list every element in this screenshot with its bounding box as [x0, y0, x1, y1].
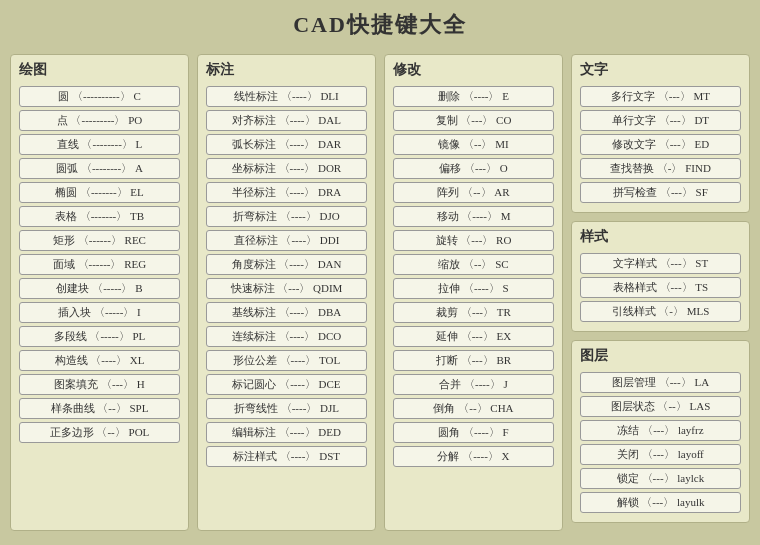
main-grid: 绘图 圆 〈----------〉 C点 〈---------〉 PO直线 〈-… [10, 54, 750, 531]
dimension-item-3[interactable]: 坐标标注 〈----〉 DOR [206, 158, 367, 179]
modify-item-2[interactable]: 镜像 〈--〉 MI [393, 134, 554, 155]
layer-items: 图层管理 〈---〉 LA图层状态 〈--〉 LAS冻结 〈---〉 layfr… [580, 372, 741, 513]
layer-item-3[interactable]: 关闭 〈---〉 layoff [580, 444, 741, 465]
text-item-0[interactable]: 多行文字 〈---〉 MT [580, 86, 741, 107]
dimension-item-5[interactable]: 折弯标注 〈----〉 DJO [206, 206, 367, 227]
dimension-item-15[interactable]: 标注样式 〈----〉 DST [206, 446, 367, 467]
dimension-item-12[interactable]: 标记圆心 〈----〉 DCE [206, 374, 367, 395]
drawing-item-11[interactable]: 构造线 〈----〉 XL [19, 350, 180, 371]
modify-items: 删除 〈----〉 E复制 〈---〉 CO镜像 〈--〉 MI偏移 〈---〉… [393, 86, 554, 467]
drawing-item-8[interactable]: 创建块 〈-----〉 B [19, 278, 180, 299]
dimension-item-11[interactable]: 形位公差 〈----〉 TOL [206, 350, 367, 371]
dimension-title: 标注 [206, 61, 367, 81]
drawing-item-7[interactable]: 面域 〈------〉 REG [19, 254, 180, 275]
drawing-item-5[interactable]: 表格 〈-------〉 TB [19, 206, 180, 227]
modify-item-7[interactable]: 缩放 〈--〉 SC [393, 254, 554, 275]
modify-item-3[interactable]: 偏移 〈---〉 O [393, 158, 554, 179]
style-title: 样式 [580, 228, 741, 248]
layer-item-4[interactable]: 锁定 〈---〉 laylck [580, 468, 741, 489]
dimension-item-10[interactable]: 连续标注 〈----〉 DCO [206, 326, 367, 347]
modify-item-14[interactable]: 圆角 〈----〉 F [393, 422, 554, 443]
section-layer: 图层 图层管理 〈---〉 LA图层状态 〈--〉 LAS冻结 〈---〉 la… [571, 340, 750, 523]
drawing-item-0[interactable]: 圆 〈----------〉 C [19, 86, 180, 107]
drawing-item-10[interactable]: 多段线 〈-----〉 PL [19, 326, 180, 347]
layer-item-1[interactable]: 图层状态 〈--〉 LAS [580, 396, 741, 417]
page-title: CAD快捷键大全 [10, 10, 750, 40]
section-drawing: 绘图 圆 〈----------〉 C点 〈---------〉 PO直线 〈-… [10, 54, 189, 531]
modify-item-6[interactable]: 旋转 〈---〉 RO [393, 230, 554, 251]
text-items: 多行文字 〈---〉 MT单行文字 〈---〉 DT修改文字 〈---〉 ED查… [580, 86, 741, 203]
drawing-item-1[interactable]: 点 〈---------〉 PO [19, 110, 180, 131]
dimension-item-0[interactable]: 线性标注 〈----〉 DLI [206, 86, 367, 107]
section-style: 样式 文字样式 〈---〉 ST表格样式 〈---〉 TS引线样式 〈-〉 ML… [571, 221, 750, 332]
dimension-items: 线性标注 〈----〉 DLI对齐标注 〈----〉 DAL弧长标注 〈----… [206, 86, 367, 467]
section-modify: 修改 删除 〈----〉 E复制 〈---〉 CO镜像 〈--〉 MI偏移 〈-… [384, 54, 563, 531]
style-item-2[interactable]: 引线样式 〈-〉 MLS [580, 301, 741, 322]
modify-item-13[interactable]: 倒角 〈--〉 CHA [393, 398, 554, 419]
dimension-item-14[interactable]: 编辑标注 〈----〉 DED [206, 422, 367, 443]
drawing-item-6[interactable]: 矩形 〈------〉 REC [19, 230, 180, 251]
drawing-item-4[interactable]: 椭圆 〈-------〉 EL [19, 182, 180, 203]
modify-item-11[interactable]: 打断 〈---〉 BR [393, 350, 554, 371]
text-item-2[interactable]: 修改文字 〈---〉 ED [580, 134, 741, 155]
modify-item-10[interactable]: 延伸 〈---〉 EX [393, 326, 554, 347]
modify-item-12[interactable]: 合并 〈----〉 J [393, 374, 554, 395]
drawing-title: 绘图 [19, 61, 180, 81]
drawing-items: 圆 〈----------〉 C点 〈---------〉 PO直线 〈----… [19, 86, 180, 443]
drawing-item-2[interactable]: 直线 〈--------〉 L [19, 134, 180, 155]
dimension-item-6[interactable]: 直径标注 〈----〉 DDI [206, 230, 367, 251]
section-dimension: 标注 线性标注 〈----〉 DLI对齐标注 〈----〉 DAL弧长标注 〈-… [197, 54, 376, 531]
dimension-item-9[interactable]: 基线标注 〈----〉 DBA [206, 302, 367, 323]
drawing-item-9[interactable]: 插入块 〈-----〉 I [19, 302, 180, 323]
dimension-item-4[interactable]: 半径标注 〈----〉 DRA [206, 182, 367, 203]
modify-item-15[interactable]: 分解 〈----〉 X [393, 446, 554, 467]
style-item-1[interactable]: 表格样式 〈---〉 TS [580, 277, 741, 298]
text-item-1[interactable]: 单行文字 〈---〉 DT [580, 110, 741, 131]
modify-title: 修改 [393, 61, 554, 81]
section-text: 文字 多行文字 〈---〉 MT单行文字 〈---〉 DT修改文字 〈---〉 … [571, 54, 750, 213]
layer-item-2[interactable]: 冻结 〈---〉 layfrz [580, 420, 741, 441]
drawing-item-12[interactable]: 图案填充 〈---〉 H [19, 374, 180, 395]
dimension-item-1[interactable]: 对齐标注 〈----〉 DAL [206, 110, 367, 131]
drawing-item-14[interactable]: 正多边形 〈--〉 POL [19, 422, 180, 443]
dimension-item-13[interactable]: 折弯线性 〈----〉 DJL [206, 398, 367, 419]
layer-item-5[interactable]: 解锁 〈---〉 layulk [580, 492, 741, 513]
layer-title: 图层 [580, 347, 741, 367]
text-item-4[interactable]: 拼写检查 〈---〉 SF [580, 182, 741, 203]
modify-item-9[interactable]: 裁剪 〈---〉 TR [393, 302, 554, 323]
drawing-item-13[interactable]: 样条曲线 〈--〉 SPL [19, 398, 180, 419]
text-title: 文字 [580, 61, 741, 81]
dimension-item-8[interactable]: 快速标注 〈---〉 QDIM [206, 278, 367, 299]
modify-item-5[interactable]: 移动 〈----〉 M [393, 206, 554, 227]
text-item-3[interactable]: 查找替换 〈-〉 FIND [580, 158, 741, 179]
modify-item-4[interactable]: 阵列 〈--〉 AR [393, 182, 554, 203]
style-item-0[interactable]: 文字样式 〈---〉 ST [580, 253, 741, 274]
dimension-item-2[interactable]: 弧长标注 〈----〉 DAR [206, 134, 367, 155]
layer-item-0[interactable]: 图层管理 〈---〉 LA [580, 372, 741, 393]
drawing-item-3[interactable]: 圆弧 〈--------〉 A [19, 158, 180, 179]
modify-item-1[interactable]: 复制 〈---〉 CO [393, 110, 554, 131]
modify-item-0[interactable]: 删除 〈----〉 E [393, 86, 554, 107]
modify-item-8[interactable]: 拉伸 〈----〉 S [393, 278, 554, 299]
dimension-item-7[interactable]: 角度标注 〈----〉 DAN [206, 254, 367, 275]
style-items: 文字样式 〈---〉 ST表格样式 〈---〉 TS引线样式 〈-〉 MLS [580, 253, 741, 322]
right-column: 文字 多行文字 〈---〉 MT单行文字 〈---〉 DT修改文字 〈---〉 … [571, 54, 750, 531]
